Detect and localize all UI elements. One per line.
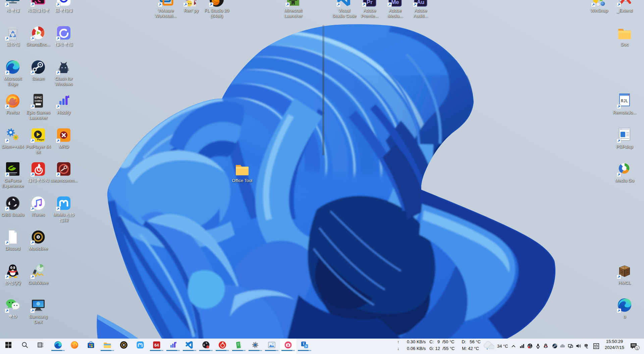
svg-text:RJL: RJL <box>621 99 628 104</box>
svg-text:EPIC: EPIC <box>35 96 42 99</box>
svg-text:Me: Me <box>391 0 399 5</box>
svg-text:Pr: Pr <box>367 0 373 5</box>
svg-text:Player: Player <box>37 138 44 141</box>
svg-text:64: 64 <box>154 343 159 348</box>
svg-text:1: 1 <box>636 346 638 350</box>
svg-text:GAMES: GAMES <box>35 100 42 102</box>
svg-text:Au: Au <box>417 0 425 5</box>
